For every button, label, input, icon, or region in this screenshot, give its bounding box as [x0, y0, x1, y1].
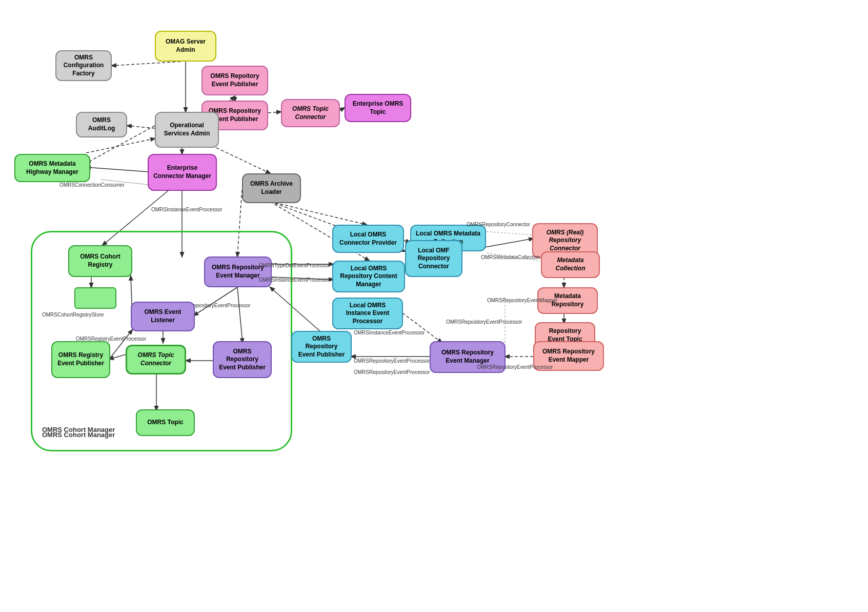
- svg-line-8: [86, 139, 155, 153]
- cohort-manager-text: OMRS Cohort Manager: [42, 431, 115, 439]
- svg-line-10: [216, 148, 270, 173]
- local-omf-repository-connector-label: Local OMF Repository Connector: [410, 247, 457, 271]
- omrs-typedef-ep-label: OMRSTypeDefEventProcessor: [259, 263, 330, 268]
- omrs-cohort-registry-node: OMRS Cohort Registry: [68, 245, 132, 277]
- omrs-archive-loader-node: OMRS Archive Loader: [242, 173, 301, 203]
- omrs-repo-ep-label-right-bottom: OMRSRepositoryEventProcessor: [477, 364, 553, 370]
- omrs-instance-ep-label-mid: OMRSInstanceEventProcessor: [259, 277, 330, 283]
- omrs-repository-em-right-label: OMRS Repository Event Manager: [435, 349, 500, 365]
- omag-server-admin-node: OMAG Server Admin: [155, 31, 216, 62]
- svg-line-9: [86, 167, 149, 172]
- omrs-repoitory-ep-top-node: OMRS Repoitory Event Publisher: [201, 66, 268, 95]
- enterprise-connector-manager-node: Enterprise Connector Manager: [148, 154, 217, 191]
- omrs-repository-ep-right-label: OMRS Repository Event Publisher: [296, 335, 347, 359]
- omrs-metadata-collection-label: OMRSMetadataCollection: [481, 254, 540, 260]
- metadata-collection-node: Metadata Collection: [541, 251, 600, 278]
- omrs-event-listener-node: OMRS Event Listener: [131, 302, 195, 331]
- omrs-repository-ep-right-node: OMRS Repository Event Publisher: [291, 331, 352, 363]
- omrs-topic-label: OMRS Topic: [147, 419, 183, 427]
- operational-services-admin-label: Operational Services Admin: [160, 122, 214, 137]
- omrs-repo-event-mapper-label-top: OMRSRepositoryEventMapper: [487, 298, 557, 303]
- omrs-repository-em-left-node: OMRS Repository Event Manager: [204, 256, 272, 287]
- svg-line-5: [268, 112, 281, 113]
- enterprise-omrs-topic-node: Enterprise OMRS Topic: [345, 94, 411, 122]
- omrs-registry-ep-label-text: OMRS Registry Event Publisher: [56, 351, 105, 367]
- omrs-repository-connector-label: OMRSRepositoryConnector: [467, 222, 530, 227]
- local-omrs-iep-node: Local OMRS Instance Event Processor: [332, 298, 403, 329]
- omrs-config-factory-label: OMRS Configuration Factory: [60, 54, 107, 78]
- local-omrs-connector-provider-label: Local OMRS Connector Provider: [337, 231, 399, 247]
- svg-line-0: [112, 62, 180, 66]
- omrs-repo-ep-label-bottom2: OMRSRepositoryEventProcessor: [354, 369, 430, 375]
- omrs-topic-connector-bottom-label: OMRS Topic Connector: [131, 351, 180, 367]
- omrs-repository-ep-bottom-label: OMRS Repository Event Publisher: [218, 348, 267, 372]
- omag-server-admin-label: OMAG Server Admin: [166, 38, 206, 54]
- omrs-topic-connector-bottom-node: OMRS Topic Connector: [126, 345, 186, 374]
- omrs-topic-node: OMRS Topic: [136, 409, 195, 436]
- enterprise-connector-manager-label: Enterprise Connector Manager: [153, 164, 212, 180]
- local-omf-repository-connector-node: Local OMF Repository Connector: [405, 240, 462, 277]
- omrs-topic-connector-top-node: OMRS Topic Connector: [281, 99, 340, 127]
- architecture-diagram: OMRS Cohort Manager OMAG Server Admin OM…: [0, 0, 868, 612]
- omrs-connection-consumer-label: OMRSConnectionConsumer: [59, 182, 125, 188]
- omrs-registry-store-cylinder: [74, 287, 116, 309]
- enterprise-omrs-topic-label: Enterprise OMRS Topic: [350, 100, 406, 116]
- omrs-repoitory-ep-top-label: OMRS Repoitory Event Publisher: [207, 72, 263, 88]
- omrs-auditlog-node: OMRS AuditLog: [76, 112, 127, 137]
- metadata-collection-label: Metadata Collection: [546, 256, 595, 272]
- omrs-cohort-registry-label: OMRS Cohort Registry: [73, 253, 127, 269]
- omrs-instance-ep-label-right: OMRSInstanceEventProcessor: [354, 330, 425, 335]
- omrs-archive-loader-label: OMRS Archive Loader: [247, 180, 296, 196]
- svg-line-36: [402, 313, 442, 343]
- svg-line-11: [270, 202, 367, 225]
- omrs-repository-event-mapper-label: OMRS Repository Event Mapper: [538, 348, 599, 364]
- omrs-topic-connector-top-label: OMRS Topic Connector: [286, 105, 335, 121]
- omrs-repository-em-left-label: OMRS Repository Event Manager: [209, 264, 267, 280]
- omrs-auditlog-label: OMRS AuditLog: [81, 116, 122, 132]
- omrs-event-listener-label: OMRS Event Listener: [136, 308, 190, 324]
- omrs-repo-ep-label-right-top: OMRSRepositoryEventProcessor: [446, 319, 522, 325]
- omrs-registry-ep-node: OMRS Registry Event Publisher: [51, 341, 110, 378]
- local-omrs-rcm-label: Local OMRS Repository Content Manager: [337, 265, 400, 289]
- svg-line-2: [127, 126, 155, 128]
- omrs-cohort-registry-store-label: OMRSCohortRegistryStore: [42, 312, 104, 318]
- omrs-repo-ep-label-bottom: OMRSRepositoryEventProcessor: [354, 358, 430, 364]
- local-omrs-connector-provider-node: Local OMRS Connector Provider: [332, 225, 404, 253]
- omrs-metadata-highway-manager-label: OMRS Metadata Highway Manager: [19, 160, 85, 176]
- omrs-real-repository-connector-label: OMRS (Real) Repository Connector: [537, 229, 593, 253]
- operational-services-admin-node: Operational Services Admin: [155, 112, 219, 148]
- omrs-config-factory-node: OMRS Configuration Factory: [55, 50, 112, 81]
- local-omrs-rcm-node: Local OMRS Repository Content Manager: [332, 261, 405, 292]
- omrs-metadata-highway-manager-node: OMRS Metadata Highway Manager: [14, 154, 90, 182]
- omrs-repository-ep-bottom-node: OMRS Repository Event Publisher: [213, 341, 272, 378]
- omrs-instance-ep-label-top: OMRSInstanceEventProcessor: [151, 207, 222, 212]
- local-omrs-iep-label: Local OMRS Instance Event Processor: [337, 302, 398, 326]
